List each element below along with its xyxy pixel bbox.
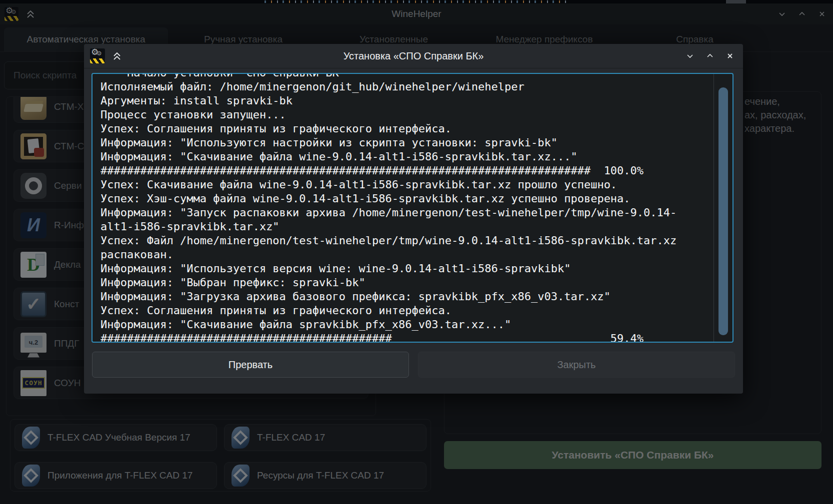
scrollbar-thumb[interactable]: [718, 87, 728, 335]
scrollbar-track-separator: [714, 74, 714, 342]
tile-tflex-cad[interactable]: T-FLEX CAD 17: [224, 424, 426, 451]
log-line: распакован.: [100, 248, 704, 262]
close-icon[interactable]: [818, 10, 826, 18]
background-window-content: [260, 0, 570, 3]
tflex-logo-icon: [22, 427, 40, 449]
background-window-control: [726, 0, 746, 3]
install-button[interactable]: Установить «СПО Справки БК»: [444, 441, 822, 469]
service-ring-icon: [20, 173, 46, 199]
log-line: Информация: "Используются настройки из с…: [100, 136, 704, 150]
dialog-title: Установка «СПО Справки БК»: [84, 50, 743, 62]
log-line: Успех: Скачивание файла wine-9.0.14-alt1…: [100, 178, 704, 192]
log-line: Информация: "Скачивание файла wine-9.0.1…: [100, 150, 704, 164]
maximize-icon[interactable]: [706, 52, 714, 60]
log-line: Процесс установки запущен...: [100, 108, 704, 122]
minimize-icon[interactable]: [778, 10, 786, 18]
description-text: характера.: [744, 122, 794, 135]
install-log-output: Начало установки "СПО Справки БК" Исполн…: [92, 73, 734, 343]
minimize-icon[interactable]: [686, 52, 694, 60]
background-window-sliver: [0, 0, 833, 3]
main-window-controls: [778, 3, 826, 24]
log-text: Начало установки "СПО Справки БК" Исполн…: [100, 73, 704, 342]
r-info-icon: И: [20, 212, 46, 238]
log-line: Успех: Соглашения приняты из графическог…: [100, 122, 704, 136]
log-line: Исполняемый файл: /home/minergenon/git_h…: [100, 80, 704, 94]
declaration-icon: D: [20, 252, 46, 278]
log-line: Информация: "Используется версия wine: w…: [100, 262, 704, 276]
log-line: Успех: Соглашения приняты из графическог…: [100, 304, 704, 318]
close-button[interactable]: Закрыть: [418, 352, 735, 378]
log-line: Успех: Файл /home/minergenon/test-winehe…: [100, 234, 704, 248]
log-line: Успех: Хэш-сумма файла wine-9.0.14-alt1-…: [100, 192, 704, 206]
log-line: alt1-i586-spravkibk.tar.xz": [100, 220, 704, 234]
tile-tflex-apps[interactable]: Приложения для T-FLEX CAD 17: [14, 462, 217, 489]
description-text: ечение,: [744, 95, 780, 108]
soun-icon: СОУН: [20, 370, 46, 396]
ppdg-monitor-icon: ч.2: [20, 333, 46, 353]
stm-files-icon: [20, 96, 46, 120]
tflex-logo-icon: [232, 465, 250, 487]
log-progress-bar-current: ########################################…: [100, 332, 704, 342]
tflex-tiles-panel: T-FLEX CAD Учебная Версия 17 T-FLEX CAD …: [10, 419, 431, 492]
constructor-check-icon: ✓: [20, 291, 46, 317]
tile-tflex-edu[interactable]: T-FLEX CAD Учебная Версия 17: [14, 424, 217, 451]
log-line: Информация: "Загрузка архива базового пр…: [100, 290, 704, 304]
maximize-icon[interactable]: [798, 10, 806, 18]
log-line: Аргументы: install spravki-bk: [100, 94, 704, 108]
log-progress-bar-complete: ########################################…: [100, 164, 704, 178]
stm-frame-icon: [20, 133, 46, 159]
log-line: Информация: "Запуск распаковки архива /h…: [100, 206, 704, 220]
screen: ⚙ ⚙ WineHelper Автоматическая установка …: [0, 0, 833, 504]
dialog-window-controls: [686, 44, 734, 68]
install-dialog: ⚙ ⚙ Установка «СПО Справки БК» Начало ус…: [84, 44, 743, 394]
main-window-title: WineHelper: [0, 8, 833, 19]
tile-tflex-resources[interactable]: Ресурсы для T-FLEX CAD 17: [224, 462, 426, 489]
tflex-logo-icon: [232, 427, 250, 449]
main-titlebar: ⚙ ⚙ WineHelper: [0, 3, 833, 24]
log-line: Информация: "Выбран префикс: spravki-bk": [100, 276, 704, 290]
dialog-titlebar: ⚙ ⚙ Установка «СПО Справки БК»: [84, 44, 743, 68]
dialog-buttons-row: Прервать Закрыть: [92, 352, 735, 378]
description-text: ах, расходах,: [744, 108, 806, 122]
abort-button[interactable]: Прервать: [92, 352, 409, 378]
log-line: Информация: "Скачивание файла spravkibk_…: [100, 318, 704, 332]
log-line: Начало установки "СПО Справки БК": [100, 73, 704, 80]
tflex-logo-icon: [22, 465, 40, 487]
close-icon[interactable]: [726, 52, 734, 60]
